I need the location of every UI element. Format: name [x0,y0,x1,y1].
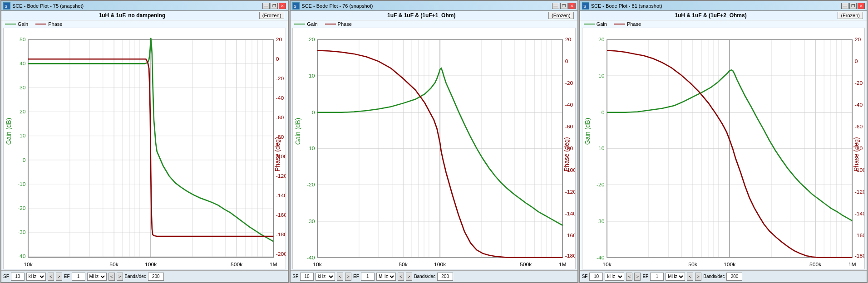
ef-unit-select-75[interactable]: MHzkHz [87,273,107,281]
plot-title-75: 1uH & 1uF, no dampening [5,12,259,19]
sf-unit-select-76[interactable]: kHzMHz [316,273,335,281]
chart-svg-76: Gain (dB) Phase (deg) 20 10 0 -10 -20 -3… [293,28,575,269]
svg-text:-30: -30 [18,229,26,235]
gain-line-icon-81 [584,24,595,24]
svg-text:-40: -40 [565,102,573,108]
legend-phase-label-81: Phase [627,21,641,27]
sf-unit-select-81[interactable]: kHzMHz [605,273,624,281]
bands-input-81[interactable]: 200 [726,273,742,281]
window-75: S SCE - Bode Plot - 75 (snapshot) — ❐ ✕ … [0,0,289,283]
svg-text:20: 20 [276,36,282,42]
ef-fwd-btn-75[interactable]: > [117,273,123,281]
svg-text:50k: 50k [399,261,408,267]
ef-unit-select-76[interactable]: MHzkHz [376,273,396,281]
restore-button-76[interactable]: ❐ [560,3,567,9]
svg-text:-40: -40 [307,254,315,260]
svg-text:20: 20 [565,36,572,42]
ef-back-btn-76[interactable]: < [398,273,404,281]
ef-label-75: EF [64,274,70,279]
svg-text:1M: 1M [270,261,277,267]
sf-fwd-btn-75[interactable]: > [56,273,62,281]
ef-input-81[interactable]: 1 [650,273,664,281]
svg-text:-100: -100 [276,153,286,159]
svg-text:-30: -30 [597,218,605,224]
title-bar-81: S SCE - Bode Plot - 81 (snapshot) — ❐ ✕ [580,1,867,11]
svg-text:-100: -100 [854,167,864,173]
legend-81: Gain Phase [580,20,867,28]
svg-text:0: 0 [23,157,26,163]
ef-back-btn-81[interactable]: < [687,273,693,281]
close-button-76[interactable]: ✕ [568,3,576,9]
minimize-button-76[interactable]: — [552,3,559,9]
title-bar-left-81: S SCE - Bode Plot - 81 (snapshot) [582,2,662,10]
svg-text:S: S [5,4,7,9]
svg-text:50k: 50k [109,261,118,267]
svg-text:-180: -180 [276,231,286,237]
sf-fwd-btn-81[interactable]: > [634,273,641,281]
ef-back-btn-75[interactable]: < [108,273,115,281]
legend-phase-label-76: Phase [338,21,352,27]
close-button-81[interactable]: ✕ [858,3,865,9]
svg-text:20: 20 [20,109,26,115]
svg-text:0: 0 [602,109,605,115]
svg-text:50k: 50k [688,261,697,267]
plot-title-76: 1uF & 1uF & (1uF+1_Ohm) [294,12,548,19]
svg-text:-20: -20 [18,205,26,211]
ef-input-76[interactable]: 1 [361,273,375,281]
sf-input-81[interactable]: 10 [589,273,603,281]
svg-text:-80: -80 [854,146,863,151]
title-bar-buttons-75: — ❐ ✕ [262,3,286,9]
svg-text:30: 30 [20,85,26,91]
ef-fwd-btn-76[interactable]: > [406,273,412,281]
bands-input-75[interactable]: 200 [148,273,164,281]
svg-text:-40: -40 [597,254,605,260]
restore-button-81[interactable]: ❐ [849,3,857,9]
svg-text:-80: -80 [276,134,284,140]
svg-text:-60: -60 [565,124,573,130]
svg-text:10: 10 [309,73,315,78]
title-text-76: SCE - Bode Plot - 76 (snapshot) [301,3,373,9]
svg-text:10k: 10k [24,261,33,267]
sf-input-75[interactable]: 10 [11,273,25,281]
svg-text:-40: -40 [18,253,26,259]
chart-area-81: Gain (dB) Phase (deg) 20 10 0 -10 -20 -3… [582,28,865,269]
app-icon-76: S [292,2,300,10]
legend-gain-label-75: Gain [18,21,28,27]
sf-fwd-btn-76[interactable]: > [345,273,351,281]
bands-input-76[interactable]: 200 [437,273,453,281]
frozen-badge-75: (Frozen) [259,12,285,19]
svg-text:S: S [583,4,586,9]
sf-back-btn-76[interactable]: < [337,273,343,281]
ef-unit-select-81[interactable]: MHzkHz [666,273,685,281]
svg-text:0: 0 [854,58,858,64]
ef-label-81: EF [642,274,648,279]
close-button-75[interactable]: ✕ [279,3,286,9]
sf-input-76[interactable]: 10 [300,273,314,281]
bottom-bar-81: SF 10 kHzMHz < > EF 1 MHzkHz < > Bands/d… [580,270,867,282]
svg-text:100k: 100k [434,261,446,267]
sf-unit-select-75[interactable]: kHzMHz [26,273,46,281]
sf-back-btn-81[interactable]: < [626,273,632,281]
svg-text:0: 0 [312,109,315,115]
sf-label-81: SF [582,274,588,279]
ef-input-75[interactable]: 1 [72,273,85,281]
svg-text:-20: -20 [276,75,284,81]
restore-button-75[interactable]: ❐ [271,3,278,9]
legend-76: Gain Phase [291,20,577,28]
ef-fwd-btn-81[interactable]: > [695,273,701,281]
app-icon-75: S [3,2,10,10]
window-76: S SCE - Bode Plot - 76 (snapshot) — ❐ ✕ … [290,0,578,283]
svg-text:-80: -80 [565,146,573,151]
svg-text:-10: -10 [597,146,605,151]
plot-header-75: 1uH & 1uF, no dampening (Frozen) [1,11,288,20]
sf-back-btn-75[interactable]: < [48,273,54,281]
svg-text:500k: 500k [231,261,242,267]
title-bar-left-76: S SCE - Bode Plot - 76 (snapshot) [292,2,373,10]
gain-line-icon-76 [294,24,305,24]
svg-text:40: 40 [20,61,26,67]
minimize-button-75[interactable]: — [262,3,270,9]
minimize-button-81[interactable]: — [841,3,848,9]
app-icon-81: S [582,2,589,10]
title-bar-buttons-81: — ❐ ✕ [841,3,865,9]
svg-text:50: 50 [20,36,26,42]
